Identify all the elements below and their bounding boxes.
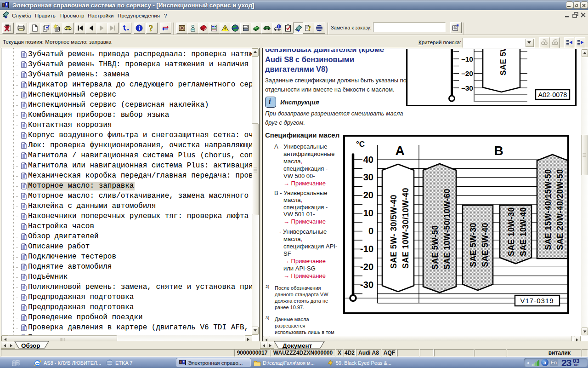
svg-text:SAE 5W-50: SAE 5W-50 xyxy=(430,225,440,270)
svg-text:SAE 5W-30: SAE 5W-30 xyxy=(469,223,478,267)
svg-text:B: B xyxy=(494,144,503,158)
svg-text:SAE 10W-30: SAE 10W-30 xyxy=(507,207,516,256)
svg-text:–20: –20 xyxy=(461,69,473,77)
svg-text:-20: -20 xyxy=(360,262,373,272)
svg-text:–10: –10 xyxy=(461,55,473,63)
svg-text:SAE 10W-50/10W-60: SAE 10W-50/10W-60 xyxy=(442,189,452,270)
svg-text:SAE 5W- 30/5W-40: SAE 5W- 30/5W-40 xyxy=(389,195,398,269)
svg-text:SAE 5W-40: SAE 5W-40 xyxy=(481,223,490,267)
svg-text:SAE 20W-40/20W-50: SAE 20W-40/20W-50 xyxy=(555,169,565,250)
svg-text:SAE 15W-40/15W-50: SAE 15W-40/15W-50 xyxy=(543,169,553,250)
svg-text:SAE 10W-30/10W-40: SAE 10W-30/10W-40 xyxy=(401,188,410,269)
svg-text:40: 40 xyxy=(363,155,373,165)
svg-text:20: 20 xyxy=(363,190,373,200)
svg-text:10: 10 xyxy=(363,208,373,218)
svg-text:°C: °C xyxy=(356,140,365,149)
svg-text:-30: -30 xyxy=(360,280,373,290)
svg-text:?: ? xyxy=(308,25,311,32)
svg-text:SAE 5W-40: SAE 5W-40 xyxy=(499,49,508,75)
svg-text:0: 0 xyxy=(368,226,373,236)
svg-text:V17-0319: V17-0319 xyxy=(520,297,554,305)
svg-text:A02-0078: A02-0078 xyxy=(538,91,567,98)
svg-text:A: A xyxy=(395,144,404,158)
svg-text:–30: –30 xyxy=(461,84,473,92)
svg-text:30: 30 xyxy=(363,172,373,182)
svg-text:-10: -10 xyxy=(360,244,373,254)
svg-text:SAE 10W-40: SAE 10W-40 xyxy=(519,207,528,256)
svg-text:?: ? xyxy=(149,24,153,32)
